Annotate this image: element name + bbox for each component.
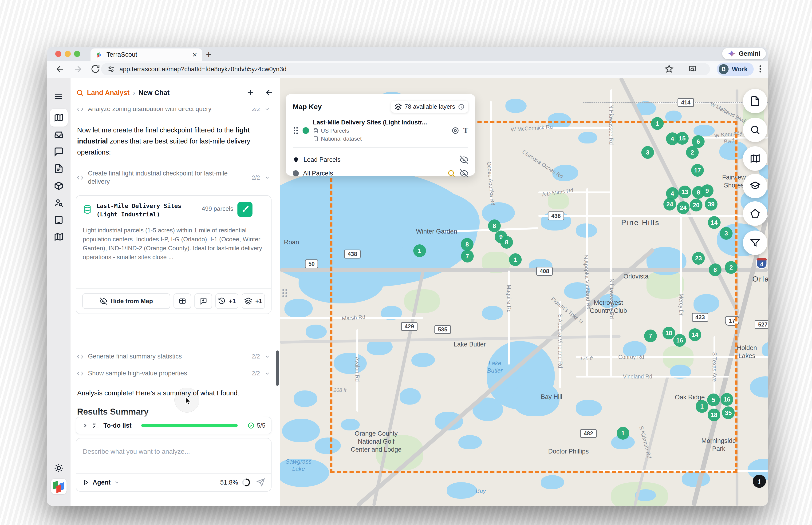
cluster-marker[interactable]: 17 [691,164,704,177]
cluster-marker[interactable]: 16 [673,334,686,347]
map-info-button[interactable]: i [753,475,766,488]
profile-chip[interactable]: B Work [717,63,754,76]
cluster-marker[interactable]: 1 [695,400,708,413]
new-chat-button[interactable] [246,88,255,97]
cluster-marker[interactable]: 20 [690,199,702,211]
cluster-marker[interactable]: 35 [722,406,735,419]
site-settings-icon[interactable] [107,65,115,73]
step-row[interactable]: Analyze zoning distribution with direct … [77,108,270,113]
step-row[interactable]: Create final light industrial checkpoint… [77,169,270,186]
info-icon[interactable] [458,104,464,110]
menu-hamburger-icon[interactable] [54,92,63,101]
layer-color-swatch[interactable] [303,127,309,134]
cluster-marker[interactable]: 8 [500,236,513,249]
filter-button[interactable] [743,230,767,255]
cluster-marker[interactable]: 2 [725,261,737,274]
sidebar-item-document-icon[interactable] [54,164,64,174]
cluster-marker[interactable]: 15 [676,132,689,145]
sidebar-item-package-icon[interactable] [54,181,64,191]
zoom-in-icon[interactable] [447,169,456,178]
cluster-marker[interactable]: 8 [488,220,501,232]
browser-tab[interactable]: TerraScout × [91,48,202,61]
cluster-marker[interactable]: 7 [461,250,474,262]
layers-stack-button[interactable] [743,174,767,198]
cluster-marker[interactable]: 14 [689,328,701,341]
cluster-marker[interactable]: 1 [509,253,522,266]
window-minimize-button[interactable] [65,51,71,57]
cluster-marker[interactable]: 39 [705,198,718,211]
sidebar-item-building-icon[interactable] [54,215,64,225]
cluster-marker[interactable]: 16 [721,393,733,406]
style-layer-button[interactable] [238,202,252,217]
chevron-down-icon[interactable] [114,480,120,485]
cluster-marker[interactable]: 3 [720,227,733,240]
comment-button[interactable] [195,293,212,309]
basemap-button[interactable] [743,146,767,171]
cluster-marker[interactable]: 7 [644,330,657,342]
tab-close-icon[interactable]: × [192,50,197,59]
step-row[interactable]: Generate final summary statistics 2/2 [77,352,270,361]
send-icon[interactable] [257,478,265,487]
map-canvas[interactable]: 41443843850408429535423482527174Winter G… [280,78,768,506]
cluster-marker[interactable]: 3 [641,146,654,159]
cluster-marker[interactable]: 18 [662,327,675,340]
cluster-marker[interactable]: 23 [692,252,705,265]
history-button[interactable]: +1 [215,293,239,309]
url-bar[interactable]: app.terrascout.ai/map?chatId=fde8oykz0hd… [101,63,710,75]
bookmark-star-icon[interactable] [664,64,674,74]
cluster-marker[interactable]: 1 [617,427,629,440]
terrascout-logo[interactable] [51,479,66,494]
panel-resize-handle[interactable] [282,288,288,298]
eye-off-icon[interactable] [460,155,468,164]
chevron-down-icon[interactable] [264,108,270,112]
todo-list-bar[interactable]: To-do list 5/5 [76,417,272,434]
sidebar-item-person-search-icon[interactable] [54,198,64,208]
layers-button[interactable]: +1 [242,293,265,309]
mode-selector[interactable]: Agent [93,479,111,486]
cluster-marker[interactable]: 24 [663,198,676,211]
sidebar-item-inbox-icon[interactable] [54,130,64,139]
cluster-marker[interactable]: 6 [709,264,721,276]
forward-icon[interactable] [73,64,83,74]
gemini-badge[interactable]: Gemini [722,48,766,59]
eye-off-icon[interactable] [460,169,468,178]
chat-scrollbar[interactable] [276,350,279,386]
chevron-down-icon[interactable] [264,371,270,377]
chevron-right-icon[interactable] [82,422,88,429]
cluster-marker[interactable]: 18 [708,408,720,421]
chevron-down-icon[interactable] [264,354,270,360]
report-button[interactable] [743,89,767,114]
label-toggle-icon[interactable]: T [463,126,468,135]
theme-toggle-sun-icon[interactable] [54,463,64,473]
cluster-marker[interactable]: 8 [461,238,474,251]
menu-kebab-icon[interactable] [755,64,765,74]
cluster-marker[interactable]: 14 [708,216,721,229]
side-panel-search-icon[interactable] [688,64,697,74]
window-close-button[interactable] [55,51,61,57]
collapse-back-button[interactable] [265,88,274,97]
sidebar-item-map-icon[interactable] [54,112,64,122]
map-search-button[interactable] [743,118,767,142]
cluster-marker[interactable]: 9 [701,184,714,197]
sidebar-item-chat-icon[interactable] [54,147,64,157]
draw-polygon-button[interactable] [743,201,767,226]
available-layers-pill[interactable]: 78 available layers [391,101,468,112]
hide-from-map-button[interactable]: Hide from Map [82,293,170,309]
step-row[interactable]: Show sample high-value properties 2/2 [77,369,270,377]
chat-input[interactable]: Describe what you want to analyze... [83,448,190,455]
chevron-down-icon[interactable] [264,175,270,181]
back-icon[interactable] [55,64,65,74]
breadcrumb-agent[interactable]: Land Analyst [87,89,129,97]
cluster-marker[interactable]: 24 [677,201,690,214]
cluster-marker[interactable]: 1 [413,244,426,257]
drag-handle-icon[interactable] [293,126,299,135]
table-view-button[interactable] [173,293,191,309]
sidebar-item-atlas-icon[interactable] [54,232,64,242]
cluster-marker[interactable]: 1 [651,117,664,130]
cluster-marker[interactable]: 2 [686,146,699,159]
new-tab-button[interactable]: + [206,49,211,60]
reload-icon[interactable] [91,64,100,74]
cluster-marker[interactable]: 13 [678,185,691,198]
layer-visibility-icon[interactable] [451,126,460,135]
window-zoom-button[interactable] [74,51,80,57]
